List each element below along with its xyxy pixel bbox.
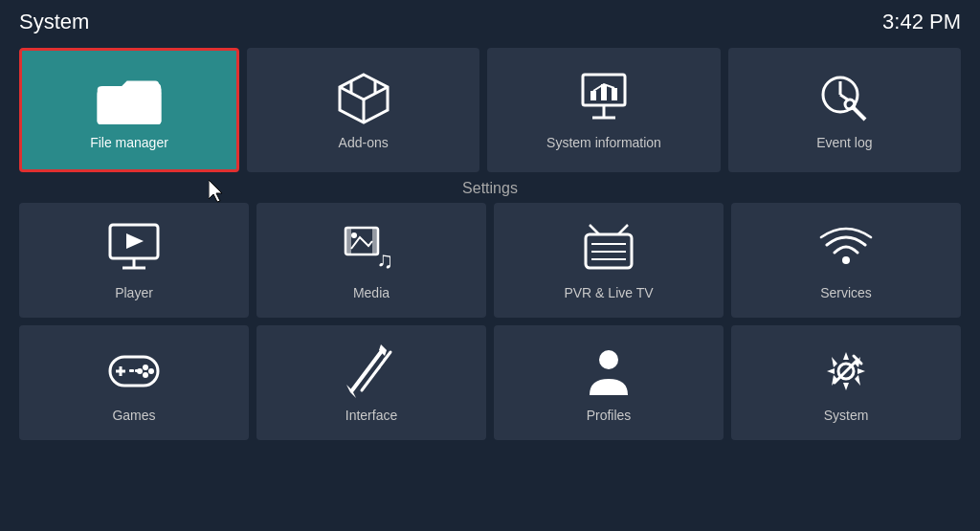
tile-interface-label: Interface — [345, 408, 397, 423]
svg-point-42 — [143, 372, 148, 378]
top-tiles-row: File manager Add-ons — [19, 48, 961, 172]
svg-marker-22 — [126, 233, 144, 249]
svg-rect-14 — [601, 84, 607, 100]
svg-line-51 — [380, 362, 384, 365]
svg-rect-3 — [100, 88, 159, 123]
tile-media[interactable]: ♫ Media — [256, 203, 486, 318]
svg-rect-26 — [345, 228, 351, 254]
tile-media-label: Media — [353, 285, 390, 300]
interface-icon — [343, 343, 400, 400]
tile-profiles-label: Profiles — [587, 408, 632, 423]
svg-line-52 — [376, 367, 380, 371]
tile-system-info-label: System information — [546, 135, 661, 150]
svg-rect-15 — [612, 88, 617, 100]
tile-file-manager-label: File manager — [90, 135, 168, 150]
settings-row-1: Player ♫ Media — [19, 203, 961, 318]
tile-services[interactable]: Services — [731, 203, 961, 318]
tile-player-label: Player — [115, 285, 153, 300]
pvr-icon — [580, 220, 637, 277]
tile-games[interactable]: Games — [19, 325, 249, 440]
svg-point-53 — [599, 350, 618, 369]
media-icon: ♫ — [343, 220, 400, 277]
tile-add-ons[interactable]: Add-ons — [247, 48, 479, 172]
settings-row-2: Games Interface Prof — [19, 325, 961, 440]
svg-rect-13 — [590, 91, 596, 100]
tile-add-ons-label: Add-ons — [339, 135, 389, 150]
games-icon — [105, 343, 163, 400]
folder-icon-main — [96, 75, 163, 127]
tile-games-label: Games — [112, 408, 155, 423]
svg-text:♫: ♫ — [376, 247, 393, 273]
tile-profiles[interactable]: Profiles — [494, 325, 724, 440]
svg-point-28 — [351, 232, 357, 238]
player-icon — [105, 220, 163, 277]
tile-player[interactable]: Player — [19, 203, 249, 318]
svg-point-41 — [148, 368, 154, 374]
system-settings-icon — [817, 343, 875, 400]
tile-services-label: Services — [820, 285, 872, 300]
tile-event-log-label: Event log — [816, 135, 872, 150]
tile-pvr-label: PVR & Live TV — [564, 285, 653, 300]
svg-point-20 — [845, 100, 855, 109]
page-title: System — [19, 10, 89, 34]
svg-line-50 — [384, 356, 388, 360]
tile-system[interactable]: System — [731, 325, 961, 440]
tile-event-log[interactable]: Event log — [728, 48, 961, 172]
clock-display: 3:42 PM — [882, 10, 961, 34]
svg-point-40 — [143, 365, 148, 370]
svg-point-36 — [842, 256, 850, 264]
svg-rect-45 — [135, 369, 140, 372]
system-info-icon — [575, 70, 633, 127]
event-log-icon — [815, 70, 873, 127]
profiles-icon — [580, 343, 637, 400]
tile-file-manager[interactable]: File manager — [19, 48, 239, 172]
tile-interface[interactable]: Interface — [256, 325, 486, 440]
tile-system-information[interactable]: System information — [487, 48, 720, 172]
tile-system-label: System — [824, 408, 869, 423]
tile-pvr-live-tv[interactable]: PVR & Live TV — [494, 203, 724, 318]
addons-icon — [335, 70, 392, 127]
settings-section-label: Settings — [19, 180, 961, 197]
services-icon — [817, 220, 875, 277]
svg-rect-44 — [129, 369, 134, 372]
